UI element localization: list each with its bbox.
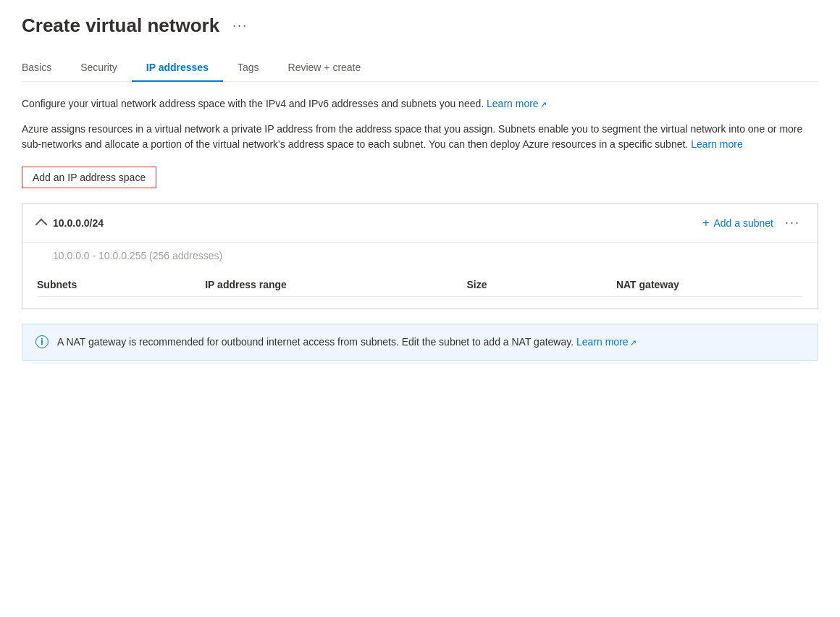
info-box: i A NAT gateway is recommended for outbo… xyxy=(22,324,818,361)
ip-space-header-right: + Add a subnet ··· xyxy=(702,215,803,230)
ip-range-info: 10.0.0.0 - 10.0.0.255 (256 addresses) xyxy=(22,243,818,273)
col-header-subnets: Subnets xyxy=(37,273,205,297)
tab-basics[interactable]: Basics xyxy=(22,54,66,82)
col-header-size: Size xyxy=(467,273,616,297)
external-link-icon-1: ↗ xyxy=(540,100,547,109)
tab-bar: Basics Security IP addresses Tags Review… xyxy=(22,54,818,82)
ip-space-header-left: 10.0.0.0/24 xyxy=(37,217,104,229)
learn-more-link-2[interactable]: Learn more xyxy=(691,138,743,150)
tab-ip-addresses[interactable]: IP addresses xyxy=(132,54,223,82)
tab-review-create[interactable]: Review + create xyxy=(274,54,376,82)
ip-space-card: 10.0.0.0/24 + Add a subnet ··· 10.0.0.0 … xyxy=(22,203,818,309)
subnet-table-wrapper: Subnets IP address range Size NAT gatewa… xyxy=(22,273,818,308)
external-link-icon-2: ↗ xyxy=(630,338,637,347)
add-subnet-button[interactable]: + Add a subnet xyxy=(702,217,773,230)
ip-cidr-label: 10.0.0.0/24 xyxy=(53,217,104,229)
description-1: Configure your virtual network address s… xyxy=(22,96,818,112)
plus-icon: + xyxy=(702,217,709,230)
ip-space-header: 10.0.0.0/24 + Add a subnet ··· xyxy=(22,203,818,243)
learn-more-link-1[interactable]: Learn more↗ xyxy=(487,98,547,109)
info-text: A NAT gateway is recommended for outboun… xyxy=(57,335,637,350)
learn-more-link-3[interactable]: Learn more↗ xyxy=(576,336,637,348)
info-icon: i xyxy=(35,335,49,348)
table-header-row: Subnets IP address range Size NAT gatewa… xyxy=(37,273,803,297)
description-2: Azure assigns resources in a virtual net… xyxy=(22,122,818,152)
add-ip-address-space-button[interactable]: Add an IP address space xyxy=(22,167,156,188)
tab-tags[interactable]: Tags xyxy=(223,54,274,82)
page-header: Create virtual network ··· xyxy=(22,14,818,37)
ip-space-more-button[interactable]: ··· xyxy=(782,215,803,230)
tab-security[interactable]: Security xyxy=(66,54,132,82)
col-header-nat-gateway: NAT gateway xyxy=(616,273,803,297)
page-ellipsis-button[interactable]: ··· xyxy=(228,17,252,35)
col-header-ip-range: IP address range xyxy=(205,273,466,297)
collapse-chevron-icon[interactable] xyxy=(35,218,48,230)
page-title: Create virtual network xyxy=(22,14,219,37)
subnet-table: Subnets IP address range Size NAT gatewa… xyxy=(37,273,803,297)
